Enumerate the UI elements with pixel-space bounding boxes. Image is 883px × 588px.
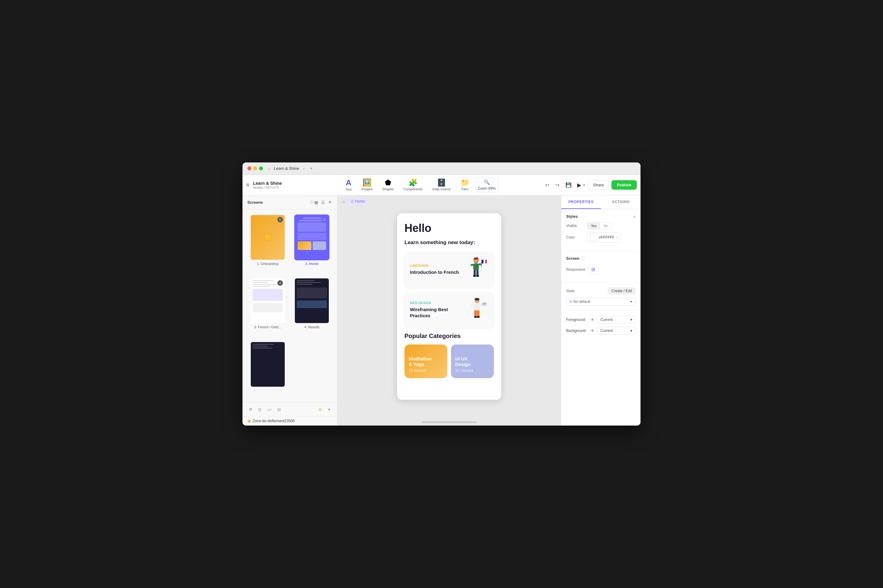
visible-yes-option[interactable]: Yes bbox=[587, 223, 600, 229]
tab-add-icon[interactable]: + bbox=[310, 166, 313, 171]
background-dropdown-arrow: ▾ bbox=[630, 328, 632, 333]
background-eye-icon[interactable]: 👁 bbox=[591, 328, 594, 333]
list-view-button[interactable]: ☰ bbox=[320, 200, 326, 206]
course-card-webdesign[interactable]: WEB DESIGN Wireframing Best Practices bbox=[405, 292, 494, 328]
layer-label: Zone-de-defilement23506 bbox=[253, 419, 295, 423]
screen-thumb-french[interactable]: 4 3. French / Getti... bbox=[247, 278, 288, 338]
tab-properties[interactable]: PROPERTIES bbox=[561, 195, 601, 209]
more-options-button[interactable]: ▾ bbox=[326, 406, 332, 413]
foreground-value: Current bbox=[600, 318, 613, 322]
files-tool[interactable]: 📁 Files bbox=[456, 177, 474, 193]
course-title-french: Introduction to French bbox=[410, 269, 460, 275]
course-title-webdesign: Wireframing Best Practices bbox=[410, 306, 460, 318]
share-button[interactable]: Share bbox=[588, 180, 609, 190]
breadcrumb-current[interactable]: 2. Home bbox=[347, 198, 369, 205]
screen-label-2: 2. Home bbox=[305, 262, 319, 266]
screen-thumb-home[interactable]: 2 2. Home bbox=[292, 214, 332, 274]
svg-rect-8 bbox=[483, 260, 485, 263]
hamburger-icon[interactable]: ≡ bbox=[246, 182, 250, 188]
foreground-dropdown[interactable]: Current ▾ bbox=[597, 316, 636, 324]
zoom-label: Zoom 99% bbox=[478, 186, 496, 190]
styles-collapse-icon[interactable]: ∨ bbox=[633, 214, 636, 219]
layer-icon: ▣ bbox=[247, 419, 251, 423]
background-label: Background bbox=[566, 328, 591, 333]
fg-bg-section: Foreground 👁 Current ▾ Background 👁 Curr… bbox=[561, 311, 641, 343]
panel-tabs: PROPERTIES ACTIONS bbox=[561, 195, 641, 209]
color-clear-icon[interactable]: × bbox=[616, 235, 619, 240]
background-row: Background 👁 Current ▾ bbox=[566, 327, 636, 335]
category-count-uiux: 12 courses bbox=[455, 368, 490, 373]
save-button[interactable]: 💾 bbox=[564, 180, 573, 190]
minimize-button[interactable] bbox=[253, 166, 257, 170]
text-tool[interactable]: A Text bbox=[341, 177, 356, 193]
close-button[interactable] bbox=[247, 166, 251, 170]
main-toolbar: ≡ Learn & Shine Mobile / 667×375 A Text … bbox=[242, 175, 641, 195]
state-default-dropdown[interactable]: ⟳ No default ▾ bbox=[566, 298, 636, 306]
screen-thumb-results[interactable]: 4. Results bbox=[292, 278, 332, 338]
screens-view-icons: ⊞ ☰ + bbox=[314, 199, 332, 206]
undo-button[interactable]: ↩ bbox=[543, 180, 551, 190]
shapes-tool-icon: ⬟ bbox=[385, 179, 391, 186]
visible-label: Visible bbox=[566, 224, 585, 228]
foreground-eye-icon[interactable]: 👁 bbox=[591, 318, 594, 322]
datasource-tool[interactable]: 🗄️ Data source bbox=[428, 177, 455, 193]
svg-rect-4 bbox=[471, 264, 474, 266]
mobile-canvas: Hello Learn something new today: LANGUAG… bbox=[397, 213, 501, 400]
copy-screen-button[interactable]: ⧉ bbox=[247, 406, 254, 413]
color-input[interactable]: #FFFFFF × bbox=[587, 232, 621, 243]
play-dropdown-button[interactable]: ▾ bbox=[583, 182, 585, 189]
screen-thumb-onboarding[interactable]: ☀️ 5 1. Onboarding bbox=[247, 214, 288, 274]
shapes-tool[interactable]: ⬟ Shapes bbox=[378, 177, 398, 193]
svg-point-12 bbox=[473, 275, 476, 277]
redo-button[interactable]: ↪ bbox=[554, 180, 561, 190]
screen-option-1-button[interactable]: ▭ bbox=[266, 406, 273, 413]
save-icon: 💾 bbox=[566, 182, 572, 188]
home-icon[interactable]: ⌂ bbox=[268, 166, 270, 171]
category-card-meditation[interactable]: Meditation& Yoga 23 courses bbox=[405, 345, 447, 378]
app-info: Learn & Shine Mobile / 667×375 bbox=[253, 181, 290, 189]
visible-no-option[interactable]: No bbox=[600, 223, 612, 229]
tab-actions[interactable]: ACTIONS bbox=[601, 195, 641, 209]
category-card-uiux[interactable]: UI UXDesign 12 courses bbox=[451, 345, 494, 378]
components-tool[interactable]: 🧩 Components bbox=[399, 177, 427, 193]
screen-thumb-5[interactable] bbox=[247, 341, 288, 398]
responsive-label: Responsive bbox=[566, 267, 585, 272]
tab-close-icon[interactable]: × bbox=[303, 167, 305, 170]
course-card-french[interactable]: LANGUAGE Introduction to French bbox=[405, 252, 494, 287]
images-tool[interactable]: 🖼️ Images bbox=[357, 177, 377, 193]
delete-screen-button[interactable]: 🗑 bbox=[316, 406, 324, 413]
canvas-scrollbar[interactable] bbox=[421, 421, 477, 423]
canvas-hello: Hello bbox=[405, 222, 494, 235]
svg-rect-7 bbox=[481, 260, 483, 263]
play-group: ▶ ▾ bbox=[576, 180, 585, 190]
maximize-button[interactable] bbox=[259, 166, 263, 170]
publish-button[interactable]: Publish bbox=[611, 180, 637, 190]
toolbar-tools: A Text 🖼️ Images ⬟ Shapes 🧩 Components 🗄… bbox=[296, 177, 544, 193]
datasource-tool-label: Data source bbox=[432, 187, 450, 191]
app-subtitle: Mobile / 667×375 bbox=[253, 186, 290, 189]
category-name-uiux: UI UXDesign bbox=[455, 356, 490, 367]
background-dropdown[interactable]: Current ▾ bbox=[597, 327, 636, 335]
text-tool-label: Text bbox=[345, 188, 352, 191]
responsive-toggle[interactable]: ⊞ bbox=[588, 265, 599, 274]
screens-title: Screens bbox=[247, 200, 309, 205]
canvas-viewport: Hello Learn something new today: LANGUAG… bbox=[337, 207, 561, 419]
breadcrumb-home-icon[interactable]: ⌂ bbox=[342, 199, 345, 204]
screens-header: Screens ⓘ ⊞ ☰ + bbox=[242, 195, 337, 210]
svg-rect-24 bbox=[477, 310, 480, 317]
visible-toggle[interactable]: Yes No bbox=[587, 222, 612, 229]
text-tool-icon: A bbox=[346, 178, 352, 187]
screen-label-4: 4. Results bbox=[304, 325, 319, 329]
layer-item[interactable]: ▣ Zone-de-defilement23506 bbox=[242, 416, 337, 426]
play-button[interactable]: ▶ bbox=[576, 180, 583, 190]
duplicate-screen-button[interactable]: ⊡ bbox=[256, 406, 263, 413]
grid-view-button[interactable]: ⊞ bbox=[314, 200, 319, 206]
state-default-icon: ⟳ bbox=[570, 300, 572, 304]
sidebar-bottom: ⧉ ⊡ ▭ ⊟ 🗑 ▾ bbox=[242, 402, 337, 416]
screen-option-2-button[interactable]: ⊟ bbox=[275, 406, 283, 413]
create-edit-state-button[interactable]: Create / Edit bbox=[608, 287, 636, 295]
add-screen-button[interactable]: + bbox=[328, 199, 332, 206]
zoom-tool[interactable]: 🔍 Zoom 99% bbox=[475, 178, 498, 192]
color-swatch[interactable] bbox=[590, 234, 597, 241]
svg-rect-5 bbox=[478, 263, 481, 265]
